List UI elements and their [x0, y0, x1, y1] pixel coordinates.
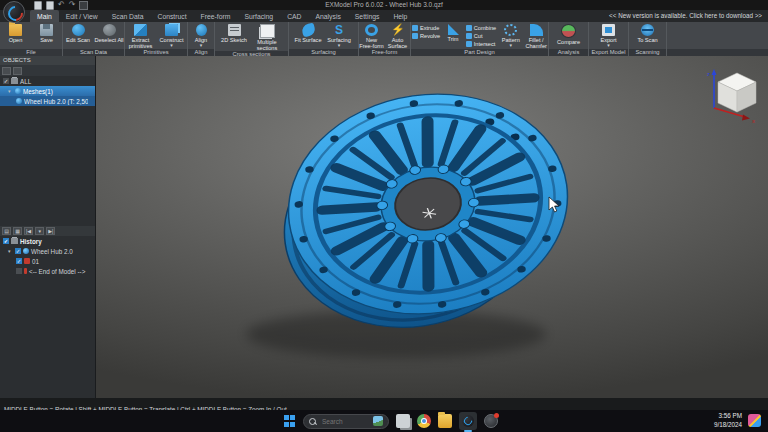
viewport-3d[interactable]: z x: [96, 56, 768, 398]
tab-cad[interactable]: CAD: [280, 10, 308, 22]
tree-item-wheel-hub[interactable]: Wheel Hub 2.0 (T: 2,50: [0, 96, 95, 106]
combine-icon: [466, 25, 472, 31]
fit-surface-button[interactable]: Fit Surface: [293, 23, 323, 43]
edit-scan-button[interactable]: Edit Scan: [63, 23, 93, 43]
tab-main[interactable]: Main: [30, 10, 59, 22]
deselect-all-button[interactable]: Deselect All: [94, 23, 124, 43]
history-toolbar: ▤ ▦ |◀ ▾ ▶|: [0, 226, 95, 236]
chevron-down-icon: ▾: [200, 43, 203, 47]
checkbox[interactable]: ✓: [3, 238, 9, 244]
extrude-button[interactable]: Extrude: [412, 25, 440, 31]
taskbar-search[interactable]: [303, 414, 389, 429]
edit-scan-icon: [72, 24, 85, 36]
ribbon-group-analysis: Compare Analysis: [549, 22, 589, 56]
objects-panel-toolbar: [0, 65, 95, 76]
visibility-eye-icon[interactable]: [15, 88, 21, 94]
axis-x-label: x: [752, 118, 755, 124]
history-item-01[interactable]: ✓ 01: [0, 256, 95, 266]
objects-panel-title: OBJECTS: [0, 56, 95, 65]
intersect-button[interactable]: Intersect: [466, 41, 496, 47]
compare-button[interactable]: Compare: [554, 23, 584, 45]
visibility-eye-icon[interactable]: [16, 98, 22, 104]
tab-free-form[interactable]: Free-form: [194, 10, 238, 22]
tab-scan-data[interactable]: Scan Data: [105, 10, 151, 22]
exmodel-app-taskbar-icon[interactable]: [459, 412, 477, 430]
tab-settings[interactable]: Settings: [348, 10, 387, 22]
task-view-button[interactable]: [396, 414, 410, 428]
multiple-sections-button[interactable]: Multiple sections: [250, 23, 284, 51]
checkbox[interactable]: ✓: [3, 78, 9, 84]
history-item-wheel-hub[interactable]: ▾ ✓ Wheel Hub 2.0: [0, 246, 95, 256]
filter-list-icon[interactable]: [2, 67, 11, 75]
tab-surfacing[interactable]: Surfacing: [237, 10, 280, 22]
open-button[interactable]: Open: [1, 23, 31, 43]
mesh-icon: [23, 248, 29, 254]
history-expand-icon[interactable]: ▾: [35, 227, 44, 235]
extrude-icon: [412, 25, 418, 31]
fillet-chamfer-button[interactable]: Fillet / Chamfer: [524, 23, 548, 49]
2d-sketch-button[interactable]: 2D Sketch: [219, 23, 249, 43]
extract-primitives-button[interactable]: Extract primitives: [126, 23, 156, 49]
history-step-first-icon[interactable]: |◀: [24, 227, 33, 235]
app-with-notification-icon[interactable]: [484, 414, 498, 428]
new-free-form-button[interactable]: New Free-form: [359, 23, 384, 49]
view-cube[interactable]: z x: [707, 69, 756, 124]
ribbon-group-cross-sections: 2D Sketch Multiple sections Cross sectio…: [215, 22, 289, 56]
to-scan-button[interactable]: To Scan: [633, 23, 663, 43]
ribbon-group-file: Open Save File: [0, 22, 63, 56]
file-explorer-icon[interactable]: [438, 414, 452, 428]
wheel-hub-model[interactable]: z x: [96, 56, 768, 398]
app-logo[interactable]: [3, 1, 25, 23]
application-window: ↶ ↷ EXModel Pro 6.0.02 - Wheel Hub 3.0.q…: [0, 0, 768, 432]
search-input[interactable]: [320, 417, 369, 426]
axis-z-label: z: [707, 71, 710, 77]
tab-analysis[interactable]: Analysis: [309, 10, 348, 22]
expander-icon[interactable]: ▾: [8, 88, 13, 94]
export-button[interactable]: Export▾: [594, 23, 624, 47]
ribbon-group-free-form: New Free-form ⚡Auto Surface Free-form: [359, 22, 411, 56]
save-button[interactable]: Save: [32, 23, 62, 43]
revolve-button[interactable]: Revolve: [412, 33, 440, 39]
cut-button[interactable]: Cut: [466, 33, 496, 39]
combine-button[interactable]: Combine: [466, 25, 496, 31]
checkbox[interactable]: ✓: [16, 258, 22, 264]
search-highlight-image[interactable]: [373, 416, 383, 426]
trim-button[interactable]: Trim: [444, 23, 462, 42]
update-notice-link[interactable]: << New version is available. Click here …: [609, 12, 762, 19]
history-tree-icon[interactable]: ▦: [13, 227, 22, 235]
start-button[interactable]: [284, 415, 296, 427]
filter-type-icon[interactable]: [13, 67, 22, 75]
chevron-down-icon: ▾: [607, 43, 610, 47]
history-item-end-of-model[interactable]: <-- End of Model -->: [0, 266, 95, 276]
axis-x-arrow-icon: [742, 115, 750, 121]
clock-date: 9/18/2024: [714, 421, 742, 430]
surfacing-icon: S: [333, 24, 346, 36]
surfacing-button[interactable]: SSurfacing▾: [324, 23, 354, 47]
trim-icon: [448, 24, 459, 35]
chevron-down-icon: ▾: [509, 43, 512, 47]
tab-edit-view[interactable]: Edit / View: [59, 10, 105, 22]
history-layout-icon[interactable]: ▤: [2, 227, 11, 235]
construct-button[interactable]: Construct▾: [157, 23, 187, 47]
end-marker-icon: [24, 268, 27, 274]
extract-primitives-icon: [134, 24, 147, 36]
tab-construct[interactable]: Construct: [150, 10, 193, 22]
checkbox[interactable]: [16, 268, 22, 274]
taskbar-clock[interactable]: 3:56 PM 9/18/2024: [714, 412, 742, 429]
tree-item-meshes[interactable]: ▾ Meshes(1): [0, 86, 95, 96]
history-step-last-icon[interactable]: ▶|: [46, 227, 55, 235]
tree-item-all[interactable]: ✓ ALL: [0, 76, 95, 86]
checkbox[interactable]: ✓: [15, 248, 21, 254]
align-button[interactable]: Align▾: [188, 23, 214, 47]
expander-icon[interactable]: ▾: [8, 248, 13, 254]
layers-icon: [11, 78, 18, 84]
chrome-icon[interactable]: [417, 414, 431, 428]
notification-center-icon[interactable]: [748, 414, 761, 427]
pattern-button[interactable]: Pattern▾: [500, 23, 521, 47]
history-root[interactable]: ✓ History: [0, 236, 95, 246]
search-icon: [309, 418, 316, 425]
intersect-icon: [466, 41, 472, 47]
window-title: EXModel Pro 6.0.02 - Wheel Hub 3.0.qzf: [0, 1, 768, 8]
tab-help[interactable]: Help: [386, 10, 414, 22]
auto-surface-button[interactable]: ⚡Auto Surface: [385, 23, 410, 49]
